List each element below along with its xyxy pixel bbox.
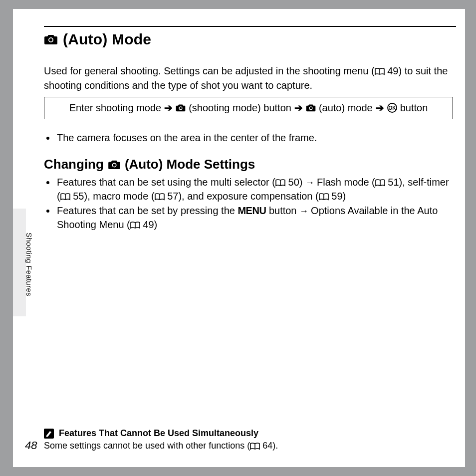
text: 64). [260, 441, 278, 451]
camera-icon [176, 104, 186, 112]
camera-icon [108, 160, 121, 170]
book-icon [155, 193, 165, 201]
svg-text:OK: OK [388, 105, 396, 111]
text: Features that can be set by pressing the [57, 205, 238, 216]
footnote-title-text: Features That Cannot Be Used Simultaneou… [59, 428, 258, 439]
bullet-list-1: The camera focuses on the area in the ce… [44, 131, 453, 146]
text: Flash mode ( [317, 177, 375, 188]
list-item: Features that can be set using the multi… [56, 176, 453, 203]
book-icon [375, 68, 385, 75]
section-heading: Changing (Auto) Mode Settings [44, 157, 255, 172]
heading-text: Changing [44, 157, 104, 172]
intro-text: Used for general shooting. Settings can … [44, 65, 375, 76]
book-icon [250, 443, 260, 450]
bullet-list-2: Features that can be set using the multi… [44, 176, 453, 233]
camera-icon [44, 34, 58, 45]
svg-point-10 [113, 164, 116, 167]
book-icon [375, 179, 385, 187]
manual-page: (Auto) Mode Used for general shooting. S… [13, 9, 465, 467]
book-icon [319, 193, 329, 201]
ok-button-icon: OK [387, 103, 397, 113]
camera-icon [306, 104, 316, 112]
list-item: Features that can be set by pressing the… [56, 204, 453, 232]
book-icon [130, 222, 140, 229]
svg-point-4 [180, 107, 182, 109]
nav-step-1: Enter shooting mode [69, 102, 162, 114]
page-title: (Auto) Mode [44, 31, 151, 48]
footnote-title: Features That Cannot Be Used Simultaneou… [44, 428, 453, 439]
nav-step-4: button [400, 102, 428, 114]
text: Some settings cannot be used with other … [44, 441, 250, 451]
side-section-label: Shooting Features [25, 233, 33, 296]
header-rule [44, 26, 456, 27]
intro-paragraph: Used for general shooting. Settings can … [44, 64, 453, 93]
list-item: The camera focuses on the area in the ce… [56, 131, 453, 145]
text: 50) [285, 177, 302, 188]
arrow-icon: → [305, 178, 317, 188]
pencil-note-icon [44, 429, 54, 439]
text: 55), macro mode ( [70, 191, 155, 202]
nav-step-3: (auto) mode [319, 102, 373, 114]
svg-point-6 [310, 107, 312, 109]
bullet-text: The camera focuses on the area in the ce… [57, 132, 317, 143]
arrow-icon: ➔ [294, 102, 303, 114]
nav-step-2: (shooting mode) button [189, 102, 291, 114]
text: Features that can be set using the multi… [57, 177, 275, 188]
arrow-icon: → [299, 206, 311, 216]
side-tab [13, 209, 26, 316]
book-icon [60, 193, 70, 201]
arrow-icon: ➔ [164, 102, 173, 114]
footnote-body: Some settings cannot be used with other … [44, 441, 453, 451]
text: 59) [329, 191, 346, 202]
menu-button-label: MENU [238, 205, 266, 216]
title-text: (Auto) Mode [63, 31, 151, 48]
footnote-block: Features That Cannot Be Used Simultaneou… [44, 428, 453, 451]
heading-text-2: (Auto) Mode Settings [125, 157, 255, 172]
arrow-icon: ➔ [376, 102, 384, 114]
navigation-path-box: Enter shooting mode ➔ (shooting mode) bu… [44, 97, 453, 119]
svg-point-1 [49, 38, 52, 41]
text: button [266, 205, 296, 216]
text: 57), and exposure compensation ( [165, 191, 319, 202]
book-icon [275, 179, 285, 187]
text: 49) [140, 219, 157, 230]
page-number: 48 [25, 439, 37, 452]
